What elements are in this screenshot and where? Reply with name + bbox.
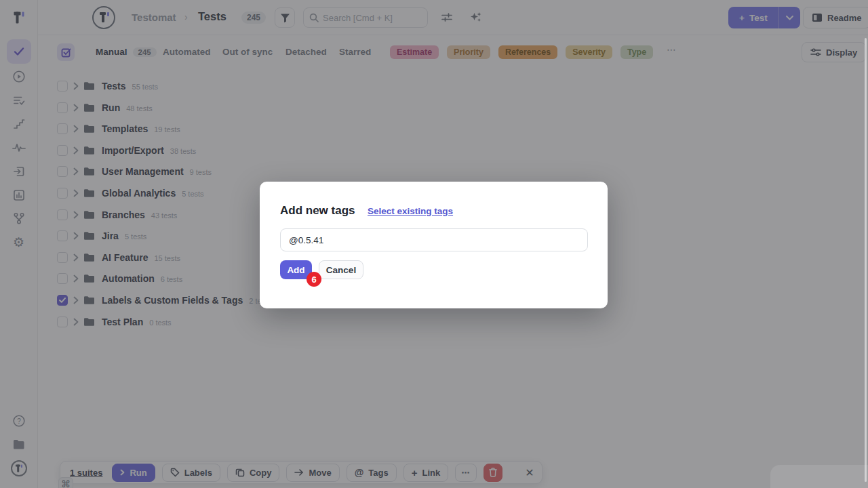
app-root: ⚙ ? Testomat › Tests 245 bbox=[0, 0, 868, 488]
select-existing-tags-link[interactable]: Select existing tags bbox=[368, 206, 453, 216]
scrollbar[interactable] bbox=[865, 38, 867, 482]
add-tags-modal: Add new tags Select existing tags Add Ca… bbox=[260, 182, 608, 308]
modal-title: Add new tags bbox=[280, 204, 355, 218]
corner-widget bbox=[770, 465, 868, 488]
step-annotation-badge: 6 bbox=[307, 272, 321, 287]
cancel-button[interactable]: Cancel bbox=[319, 260, 363, 279]
tag-input[interactable] bbox=[280, 228, 588, 251]
